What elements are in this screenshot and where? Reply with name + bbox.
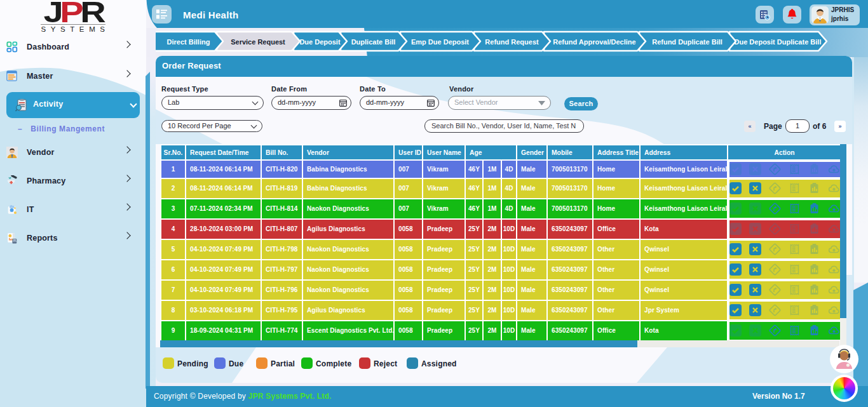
svg-text:Duplicate Bill: Duplicate Bill (351, 38, 396, 46)
svg-text:Refund Request: Refund Request (485, 38, 539, 46)
svg-text:Direct Billing: Direct Billing (167, 38, 210, 46)
svg-text:Due Deposit Duplicate Bill: Due Deposit Duplicate Bill (735, 38, 822, 46)
svg-text:Refund Duplicate Bill: Refund Duplicate Bill (652, 38, 722, 46)
svg-text:Service Request: Service Request (231, 38, 285, 46)
svg-text:Due Deposit: Due Deposit (299, 38, 341, 46)
svg-text:Emp Due Deposit: Emp Due Deposit (411, 38, 469, 46)
svg-text:Refund Approval/Decline: Refund Approval/Decline (553, 38, 635, 46)
